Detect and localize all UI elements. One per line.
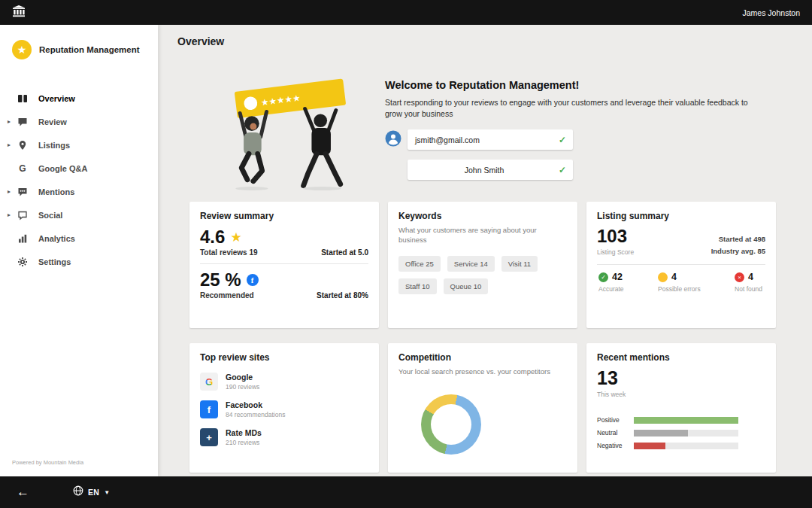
bar-row-negative: Negative: [597, 442, 738, 449]
stat-label: Not found: [735, 285, 762, 293]
email-field[interactable]: jsmith@gmail.com ✓: [408, 129, 573, 150]
bar-fill-positive: [634, 417, 738, 424]
rating-value: 4.6: [200, 227, 225, 248]
language-selector[interactable]: EN ▼: [73, 485, 110, 499]
language-code: EN: [88, 488, 99, 497]
donut-hole: [431, 404, 471, 445]
site-name: Google: [226, 373, 259, 382]
site-detail: 84 recommendations: [226, 411, 285, 418]
keyword-chip[interactable]: Visit 11: [501, 256, 538, 272]
expand-arrow-icon[interactable]: ▸: [8, 141, 17, 148]
started-at-recommended: Started at 80%: [317, 291, 368, 300]
location-pin-icon: [17, 140, 29, 151]
brand: ★ Reputation Management: [0, 25, 158, 67]
divider: [200, 263, 368, 264]
welcome-section: ★★★★★ Welcome to Reputation Manag: [208, 67, 789, 199]
main-content: Overview ★★★★★: [158, 25, 812, 476]
facebook-icon: f: [247, 274, 259, 286]
stat-label: Possible errors: [658, 285, 701, 293]
name-field[interactable]: John Smith ✓: [408, 160, 573, 180]
expand-arrow-icon[interactable]: ▸: [8, 118, 17, 125]
competition-subtitle: Your local search presence vs. your comp…: [398, 367, 567, 376]
keyword-chip[interactable]: Staff 10: [398, 278, 437, 294]
stat-accurate: ✓ 42 Accurate: [598, 272, 624, 293]
competition-card: Competition Your local search presence v…: [388, 343, 577, 473]
sidebar-nav: Overview ▸ Review ▸ Listings G Google Q&: [0, 87, 158, 273]
email-value: jsmith@gmail.com: [415, 135, 480, 144]
keyword-chip[interactable]: Service 14: [447, 256, 495, 272]
bar-row-neutral: Neutral: [597, 429, 738, 437]
bar-track: [634, 417, 738, 424]
warning-circle-icon: [658, 272, 668, 282]
review-icon: [17, 117, 29, 127]
review-site-facebook[interactable]: f Facebook 84 recommendations: [200, 400, 368, 418]
error-circle-icon: ×: [735, 272, 744, 282]
keyword-chip[interactable]: Queue 10: [444, 278, 489, 294]
review-site-google[interactable]: G Google 190 reviews: [200, 373, 368, 391]
bar-track: [634, 443, 738, 449]
ratemds-icon: +: [200, 428, 218, 446]
google-g-icon: G: [17, 163, 29, 174]
review-site-ratemds[interactable]: + Rate MDs 210 reviews: [200, 428, 368, 446]
page-title: Overview: [177, 35, 224, 47]
bar-label: Negative: [597, 442, 627, 449]
stat-value: 4: [748, 272, 753, 282]
check-icon: ✓: [559, 135, 566, 145]
globe-icon: [73, 485, 83, 499]
google-icon: G: [200, 373, 218, 391]
sidebar-item-label: Review: [38, 117, 67, 126]
card-title: Review summary: [200, 211, 368, 221]
recommended-label: Recommended: [200, 291, 254, 300]
keyword-chip[interactable]: Office 25: [398, 256, 441, 272]
back-arrow-icon[interactable]: ←: [17, 485, 29, 500]
expand-arrow-icon[interactable]: ▸: [8, 211, 17, 218]
top-bar: James Johnston: [0, 0, 812, 25]
bar-fill-negative: [634, 443, 665, 449]
sidebar-item-social[interactable]: ▸ Social: [0, 203, 158, 227]
facebook-icon: f: [200, 400, 218, 418]
sidebar-item-label: Overview: [38, 94, 75, 103]
user-name[interactable]: James Johnston: [743, 8, 800, 17]
card-title: Competition: [398, 352, 567, 363]
dashboard-cards: Review summary 4.6 ★ Total reviews 19 St…: [189, 202, 776, 473]
stat-value: 4: [671, 272, 677, 282]
stat-label: Accurate: [598, 285, 624, 293]
review-summary-card: Review summary 4.6 ★ Total reviews 19 St…: [189, 202, 379, 328]
celebration-illustration: ★★★★★: [208, 67, 370, 192]
building-icon[interactable]: [12, 5, 26, 20]
welcome-description: Start responding to your reviews to enga…: [385, 97, 761, 120]
recommended-value: 25 %: [200, 269, 241, 291]
check-circle-icon: ✓: [598, 272, 608, 282]
site-detail: 190 reviews: [226, 383, 259, 391]
sidebar-item-google-qa[interactable]: G Google Q&A: [0, 157, 158, 180]
sidebar-item-listings[interactable]: ▸ Listings: [0, 133, 158, 157]
contact-avatar-icon: [385, 130, 401, 150]
sentiment-bars: Positive Neutral Negative: [597, 416, 738, 449]
keywords-card: Keywords What your customers are saying …: [388, 202, 577, 328]
listing-industry-avg: Industry avg. 85: [711, 245, 765, 257]
chevron-down-icon: ▼: [104, 489, 110, 496]
star-icon: ★: [230, 230, 241, 245]
card-title: Recent mentions: [597, 352, 765, 363]
total-reviews-label: Total reviews 19: [200, 248, 258, 257]
sidebar-item-label: Analytics: [38, 234, 75, 243]
expand-arrow-icon[interactable]: ▸: [8, 188, 17, 195]
sidebar-item-settings[interactable]: Settings: [0, 250, 158, 273]
stat-not-found: × 4 Not found: [735, 272, 762, 293]
stat-value: 42: [612, 272, 623, 282]
listing-summary-card: Listing summary 103 Listing Score Starte…: [586, 202, 776, 328]
mentions-count: 13: [597, 367, 765, 389]
bottom-bar: ← EN ▼: [0, 476, 812, 508]
listing-stats: ✓ 42 Accurate 4 Possible errors: [597, 270, 765, 293]
sidebar: ★ Reputation Management Overview ▸ Revie…: [0, 25, 158, 476]
competition-donut-chart: [421, 394, 481, 455]
bar-label: Neutral: [597, 429, 627, 437]
site-name: Rate MDs: [226, 428, 262, 437]
sidebar-item-mentions[interactable]: ▸ Mentions: [0, 180, 158, 203]
sidebar-item-review[interactable]: ▸ Review: [0, 110, 158, 133]
powered-by-label: Powered by Mountain Media: [12, 459, 83, 466]
sidebar-item-overview[interactable]: Overview: [0, 87, 158, 110]
listing-started-at: Started at 498: [711, 233, 765, 245]
sidebar-item-analytics[interactable]: Analytics: [0, 227, 158, 250]
email-row: jsmith@gmail.com ✓: [385, 129, 573, 150]
